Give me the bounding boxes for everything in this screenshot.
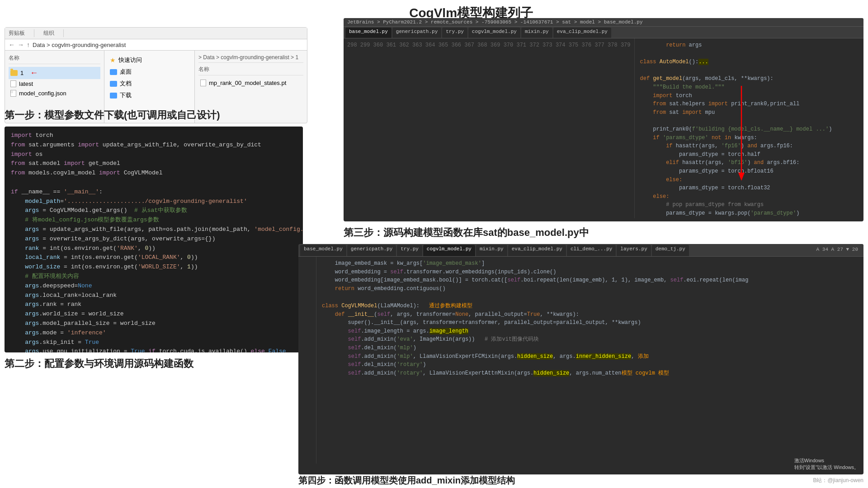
stats-display: A 34 A 27 ▼ 20 xyxy=(813,245,862,256)
file-name-latest: latest xyxy=(19,80,33,87)
tab-mixin[interactable]: mixin.py xyxy=(521,28,552,38)
ide-window-bottom: base_model.py genericpath.py try.py cogv… xyxy=(298,244,863,474)
model-states-icon xyxy=(200,80,206,86)
code-block-1: import torch from sat.arguments import u… xyxy=(5,127,303,352)
downloads-folder-icon xyxy=(110,93,117,99)
json-icon: { } xyxy=(10,90,16,97)
folder-name: 1 xyxy=(20,70,24,76)
quick-item-access[interactable]: ★ 快速访问 xyxy=(108,54,191,66)
quick-item-desktop[interactable]: 桌面 xyxy=(108,66,191,78)
fe-left-header: 名称 xyxy=(9,54,100,64)
file-item-latest[interactable]: latest xyxy=(9,79,100,89)
nav-back[interactable]: ← xyxy=(9,41,15,48)
tab-eva-clip[interactable]: eva_clip_model.py xyxy=(553,28,611,38)
tab-base-model[interactable]: base_model.py xyxy=(345,28,392,38)
fe-breadcrumb-top: ← → ↑ Data > cogvlm-grounding-generalist xyxy=(5,39,307,51)
folder-icon xyxy=(10,70,18,76)
star-icon: ★ xyxy=(110,56,116,64)
tab-try[interactable]: try.py xyxy=(442,28,467,38)
file-name-config: model_config.json xyxy=(19,90,66,97)
step1-label: 第一步：模型参数文件下载(也可调用或自己设计) xyxy=(5,108,220,122)
docs-folder-icon xyxy=(110,81,117,87)
tab-bottom-cli[interactable]: cli_demo_...py xyxy=(567,245,616,256)
tab-bottom-eva[interactable]: eva_clip_model.py xyxy=(508,245,566,256)
code-area-top: return args class AutoModel():... def ge… xyxy=(635,38,863,218)
tab-bottom-genericpath[interactable]: genericpath.py xyxy=(347,245,396,256)
quick-item-docs[interactable]: 文档 xyxy=(108,78,191,89)
tab-cogvlm-model[interactable]: cogvlm_model.py xyxy=(468,28,520,38)
fe-toolbar: 剪贴板 组织 xyxy=(5,28,307,39)
ide-titlebar: JetBrains > PyCharm2021.2 > remote_sourc… xyxy=(344,18,863,27)
red-arrow-indicator: ← xyxy=(30,68,38,78)
downloads-label: 下载 xyxy=(120,91,132,99)
windows-notice: 激活Windows转到"设置"以激活 Windows。 xyxy=(794,457,859,471)
tab-bottom-cogvlm[interactable]: cogvlm_model.py xyxy=(423,245,475,256)
step2-label: 第二步：配置参数与环境调用源码构建函数 xyxy=(5,357,193,371)
tab-genericpath[interactable]: genericpath.py xyxy=(392,28,441,38)
desktop-label: 桌面 xyxy=(120,68,132,76)
step3-label: 第三步：源码构建模型函数在库sat的base_model.py中 xyxy=(344,226,589,239)
folder-item-1[interactable]: 1 ← xyxy=(9,67,100,79)
file-item-config[interactable]: { } model_config.json xyxy=(9,89,100,98)
breadcrumb-path: Data > cogvlm-grounding-generalist xyxy=(33,42,126,48)
fe-right-header: 名称 xyxy=(198,66,303,75)
tab-bottom-mixin[interactable]: mixin.py xyxy=(476,245,507,256)
tab-bottom-layers[interactable]: layers.py xyxy=(617,245,651,256)
code-content-1: import torch from sat.arguments import u… xyxy=(5,127,303,352)
docs-label: 文档 xyxy=(120,80,132,88)
ide-breadcrumb-text: JetBrains > PyCharm2021.2 > remote_sourc… xyxy=(347,19,643,25)
nav-forward[interactable]: → xyxy=(18,41,24,48)
toolbar-organize: 组织 xyxy=(43,29,64,37)
line-numbers-bottom xyxy=(298,257,316,464)
nav-up[interactable]: ↑ xyxy=(27,41,30,48)
file-item-model-states[interactable]: mp_rank_00_model_states.pt xyxy=(198,78,303,88)
watermark: B站：@jianjun-owen xyxy=(813,477,863,484)
desktop-folder-icon xyxy=(110,69,117,75)
ide-tab-bar-bottom[interactable]: base_model.py genericpath.py try.py cogv… xyxy=(298,244,863,257)
tab-bottom-demo[interactable]: demo_tj.py xyxy=(652,245,689,256)
quick-access-label: 快速访问 xyxy=(118,56,142,64)
line-numbers-top: 298 299 360 361 362 363 364 365 366 367 … xyxy=(344,38,635,218)
quick-item-downloads[interactable]: 下载 xyxy=(108,89,191,101)
file-name-model-states: mp_rank_00_model_states.pt xyxy=(209,80,286,86)
step4-label: 第四步：函数调用模型类使用add_mixin添加模型结构 xyxy=(298,474,515,487)
code-area-bottom: image_embed_mask = kw_args['image_embed_… xyxy=(316,257,863,464)
ide-tab-bar[interactable]: base_model.py genericpath.py try.py cogv… xyxy=(344,27,863,38)
toolbar-clipboard: 剪贴板 xyxy=(9,29,34,37)
tab-bottom-base-model[interactable]: base_model.py xyxy=(300,245,346,256)
ide-body-bottom: image_embed_mask = kw_args['image_embed_… xyxy=(298,257,863,464)
ide-window-top: JetBrains > PyCharm2021.2 > remote_sourc… xyxy=(344,18,863,221)
doc-icon xyxy=(10,80,16,87)
ide-body-top: 298 299 360 361 362 363 364 365 366 367 … xyxy=(344,38,863,218)
fe-breadcrumb-2: > Data > cogvlm-grounding-generalist > 1 xyxy=(198,54,303,63)
tab-bottom-try[interactable]: try.py xyxy=(397,245,422,256)
